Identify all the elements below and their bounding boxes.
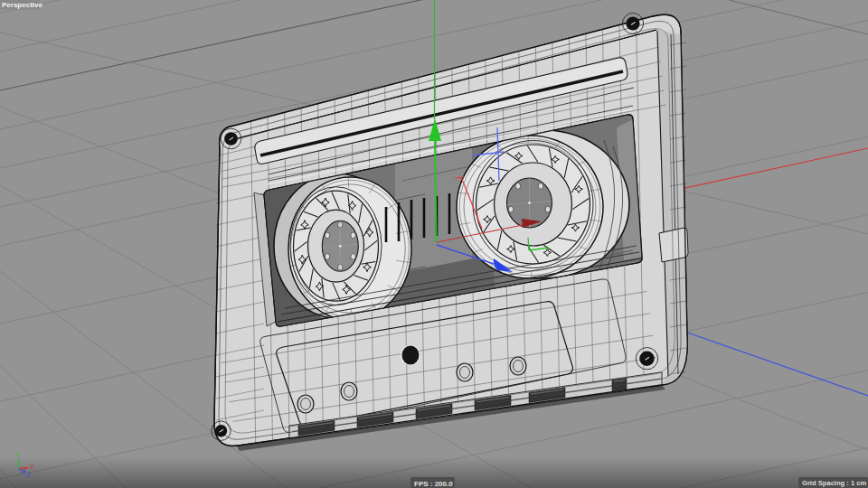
svg-text:FPS : 200.0: FPS : 200.0	[414, 480, 453, 488]
svg-text:Grid Spacing : 1 cm: Grid Spacing : 1 cm	[802, 479, 867, 487]
svg-text:X: X	[30, 464, 34, 470]
svg-text:Z: Z	[27, 472, 32, 478]
svg-text:Perspective: Perspective	[2, 1, 42, 9]
svg-text:Y: Y	[16, 451, 21, 457]
